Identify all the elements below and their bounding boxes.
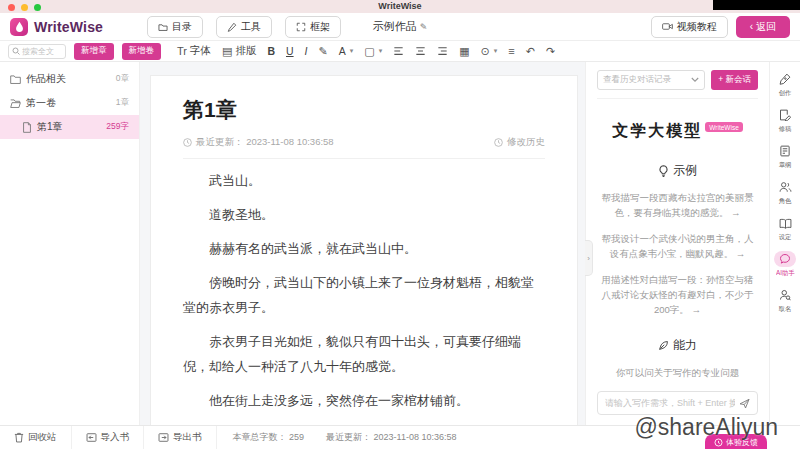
rail-item-revise[interactable]: 修稿 [774, 107, 796, 134]
rail-item-settings[interactable]: 设定 [774, 215, 796, 242]
last-updated-status: 最近更新： 2023-11-08 10:36:58 [326, 431, 456, 444]
redo-button[interactable]: ↷ [546, 45, 555, 58]
paragraph: 道教圣地。 [183, 202, 545, 227]
quill-icon [658, 340, 669, 351]
catalog-button[interactable]: 目录 [147, 16, 203, 38]
folder-icon [10, 74, 21, 84]
recycle-bin-button[interactable]: 回收站 [0, 426, 72, 449]
revision-history-button[interactable]: 修改历史 [494, 136, 545, 149]
font-tr-icon: Tr [177, 45, 187, 57]
rail-item-create[interactable]: 创作 [774, 71, 796, 98]
rail-item-ai-assistant[interactable]: AI助手 [774, 251, 796, 278]
new-chapter-button[interactable]: 新增章 [74, 43, 114, 60]
align-right-icon [437, 46, 448, 56]
rail-item-label: 角色 [779, 197, 792, 206]
paragraph: 武当山。 [183, 168, 545, 193]
image-icon: ▢ [364, 45, 374, 58]
sidebar-item-volume1[interactable]: 第一卷 1章 [0, 91, 139, 115]
chevron-down-icon [691, 77, 699, 83]
edit-title-icon[interactable]: ✎ [420, 22, 428, 32]
new-volume-button[interactable]: 新增卷 [122, 43, 162, 60]
sidebar-item-label: 作品相关 [26, 72, 66, 86]
align-right-button[interactable] [437, 46, 448, 56]
sidebar-item-chapter1[interactable]: 第1章 259字 [0, 115, 139, 139]
rail-item-label: 取名 [779, 305, 792, 314]
model-title: 文学大模型 [612, 122, 702, 139]
framework-label: 框架 [310, 20, 330, 34]
folder-open-icon [10, 98, 21, 108]
history-dropdown[interactable]: 查看历史对话记录 [597, 70, 705, 90]
sidebar-item-related[interactable]: 作品相关 0章 [0, 67, 139, 91]
examples-header: 示例 [597, 162, 758, 179]
chevron-left-icon: ‹ [750, 21, 753, 32]
users-icon [779, 181, 792, 193]
font-color-button[interactable]: A▾ [339, 45, 354, 57]
sidebar-item-label: 第1章 [37, 120, 63, 134]
user-search-icon [779, 289, 791, 301]
video-tutorial-button[interactable]: 视频教程 [651, 16, 728, 38]
export-icon [158, 432, 169, 443]
editor-toolbar: 新增章 新增卷 Tr字体 ▤排版 B U I ✎ A▾ ▢▾ ▦ ⊙▾ ≡ ↶ … [0, 41, 800, 62]
rail-item-naming[interactable]: 取名 [774, 287, 796, 314]
send-icon[interactable] [739, 398, 750, 409]
example-prompt[interactable]: 帮我设计一个武侠小说的男主角，人设有点象韦小宝，幽默风趣。 → [597, 231, 758, 261]
sidebar-item-count: 0章 [116, 73, 129, 85]
rail-item-label: 设定 [779, 233, 792, 242]
ability-item: 你可以问关于写作的专业问题 [597, 367, 758, 380]
caret-down-icon: ▾ [494, 47, 498, 55]
app-window: WriteWise WriteWise 目录 工具 框架 示例作品✎ [0, 0, 800, 449]
paragraph: 赫赫有名的武当派，就在武当山中。 [183, 236, 545, 261]
document-outline-icon [779, 145, 791, 157]
pen-icon [227, 22, 237, 32]
back-label: 返回 [756, 20, 776, 34]
sidebar-item-label: 第一卷 [26, 96, 56, 110]
panel-collapse-handle[interactable]: › [585, 240, 593, 276]
align-center-icon [415, 46, 426, 56]
file-icon [22, 122, 32, 133]
feedback-icon [714, 438, 723, 447]
insert-table-button[interactable]: ▦ [459, 45, 469, 58]
paragraph: 傍晚时分，武当山下的小镇上来了一位身材魁梧，相貌堂堂的赤衣男子。 [183, 270, 545, 320]
layout-label: 排版 [235, 44, 256, 58]
new-session-button[interactable]: + 新会话 [711, 70, 758, 90]
underline-button[interactable]: U [286, 45, 294, 57]
align-left-button[interactable] [393, 46, 404, 56]
insert-image-button[interactable]: ▢▾ [364, 45, 382, 58]
search-input[interactable] [22, 47, 62, 56]
rail-item-characters[interactable]: 角色 [774, 179, 796, 206]
font-menu[interactable]: Tr字体 [177, 44, 211, 58]
ai-prompt-box[interactable] [597, 391, 758, 415]
catalog-label: 目录 [172, 20, 192, 34]
frame-icon [296, 22, 306, 32]
clock-icon [183, 138, 192, 147]
model-badge: WriteWise [705, 122, 743, 132]
highlighter-button[interactable]: ✎ [319, 45, 328, 58]
tools-button[interactable]: 工具 [216, 16, 272, 38]
example-prompt[interactable]: 帮我描写一段西藏布达拉宫的美丽景色，要有身临其境的感觉。 → [597, 190, 758, 220]
import-book-button[interactable]: 导入书 [72, 426, 145, 449]
export-book-button[interactable]: 导出书 [144, 426, 217, 449]
editor-area: 第1章 最近更新： 2023-11-08 10:36:58 修改历史 武当山。 … [140, 62, 585, 425]
line-spacing-button[interactable]: ≡ [508, 45, 514, 57]
bold-button[interactable]: B [267, 45, 275, 57]
italic-button[interactable]: I [305, 45, 308, 57]
ai-assistant-panel: 查看历史对话记录 + 新会话 文学大模型WriteWise 示例 帮我描写一段西… [585, 62, 769, 425]
rail-item-outline[interactable]: 章纲 [774, 143, 796, 170]
align-left-icon [393, 46, 404, 56]
align-center-button[interactable] [415, 46, 426, 56]
feedback-button[interactable]: 体验反馈 [705, 434, 767, 449]
search-box[interactable] [8, 44, 66, 59]
back-button[interactable]: ‹ 返回 [736, 16, 790, 38]
editor-canvas[interactable]: 第1章 最近更新： 2023-11-08 10:36:58 修改历史 武当山。 … [150, 75, 578, 425]
undo-button[interactable]: ↶ [526, 45, 535, 58]
emoji-button[interactable]: ⊙▾ [481, 45, 498, 58]
ai-prompt-input[interactable] [605, 398, 735, 408]
examples-title: 示例 [673, 162, 697, 179]
lightbulb-icon [658, 165, 669, 177]
layout-menu[interactable]: ▤排版 [222, 44, 256, 58]
example-prompt[interactable]: 用描述性对白描写一段：孙悟空与猪八戒讨论女妖怪的有趣对白，不少于200字。 → [597, 272, 758, 317]
pen-nib-icon [779, 73, 791, 85]
word-count: 本章总字数： 259 [233, 431, 305, 444]
layout-grid-icon: ▤ [222, 45, 232, 58]
framework-button[interactable]: 框架 [285, 16, 341, 38]
